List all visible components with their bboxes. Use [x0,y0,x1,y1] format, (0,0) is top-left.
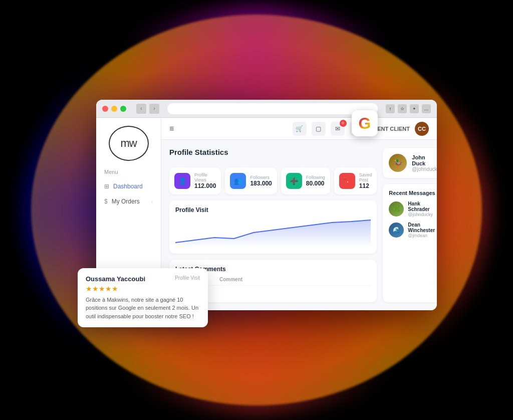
user-avatar[interactable]: CC [415,122,429,136]
nav-back-button[interactable]: ‹ [136,104,146,114]
review-label-right: Profile Visit [175,275,200,281]
stat-label-following: Following [306,175,325,180]
message-info-dean: Dean Winchester @jmdean [408,222,437,238]
logo: mw [109,126,149,161]
review-card: Oussama Yaccoubi Profile Visit ★★★★★ Grâ… [78,268,208,328]
logo-text: mw [120,137,136,150]
nav-forward-button[interactable]: › [149,104,159,114]
sidebar-nav: ⊞ Dashboard $ My Orders › [96,179,161,209]
chart-title: Profile Visit [175,206,371,214]
close-dot[interactable] [102,106,108,112]
stat-label-saved-post: Saved Post [359,172,372,182]
bookmark-button[interactable]: ☆ [398,104,407,113]
profile-info: John Duck @johnducky [412,154,437,172]
sidebar-item-dashboard[interactable]: ⊞ Dashboard [96,179,161,194]
message-avatar-dean: 🌊 [389,223,404,238]
section-title: Profile Statistics [169,148,377,156]
recent-messages-section: Recent Messages 🌿 Hank Schrader @johnduc… [383,184,437,302]
stat-value-profile-views: 112.000 [194,182,216,189]
maximize-dot[interactable] [120,106,126,112]
profile-name: John Duck [412,154,437,166]
browser-nav: ‹ › [136,104,159,114]
stat-label-followers: Followers [250,175,272,180]
review-stars: ★★★★★ [86,285,200,293]
traffic-lights [102,106,126,112]
mail-badge: 0 [340,120,347,127]
saved-post-icon: 🔖 [339,173,355,189]
window-button[interactable]: ▢ [312,122,326,136]
chart-area [175,218,371,248]
message-name-hank: Hank Schrader [408,201,437,212]
stat-card-profile-views: 👤 Profile Views 112.000 [169,167,221,194]
stat-info-following: Following 80.000 [306,175,325,187]
message-item-dean[interactable]: 🌊 Dean Winchester @jmdean [389,222,437,238]
profile-card: 🦆 John Duck @johnducky [383,148,437,178]
sidebar-item-my-orders[interactable]: $ My Orders › [96,194,161,209]
col-header-comment: Comment [219,277,371,282]
profile-handle: @johnducky [412,166,437,172]
menu-label: Menu [96,169,118,175]
browser-action-buttons: ↑ ☆ + … [386,104,431,113]
stat-card-saved-post: 🔖 Saved Post 112 [334,167,377,194]
address-bar[interactable] [167,103,378,114]
sidebar-item-dashboard-label: Dashboard [113,183,143,190]
stat-label-profile-views: Profile Views [194,172,216,182]
stat-card-following: ➕ Following 80.000 [281,167,330,194]
dashboard-icon: ⊞ [104,183,109,190]
followers-icon: 👥 [230,173,246,189]
stat-info-saved-post: Saved Post 112 [359,172,372,189]
google-g-icon: G [359,114,371,133]
topbar: ≡ 🛒 ▢ ✉ 0 🔔 CLIENT CLIENT CC [161,118,437,140]
stat-value-saved-post: 112 [359,182,372,189]
stat-cards: 👤 Profile Views 112.000 👥 Followers 183.… [169,167,377,194]
stat-info-followers: Followers 183.000 [250,175,272,187]
more-button[interactable]: … [422,104,431,113]
stat-value-following: 80.000 [306,180,325,187]
share-button[interactable]: ↑ [386,104,395,113]
stat-card-followers: 👥 Followers 183.000 [225,167,277,194]
profile-avatar: 🦆 [389,154,407,172]
browser-titlebar: ‹ › ↑ ☆ + … [96,100,437,118]
stat-value-followers: 183.000 [250,180,272,187]
following-icon: ➕ [286,173,302,189]
message-avatar-hank: 🌿 [389,201,404,217]
review-text: Grâce à Makwins, notre site a gagné 10 p… [86,296,200,321]
profile-views-icon: 👤 [174,173,190,189]
hamburger-icon[interactable]: ≡ [169,124,174,133]
orders-icon: $ [104,198,108,205]
sidebar-item-orders-label: My Orders [112,198,140,205]
review-author: Oussama Yaccoubi [86,275,145,283]
minimize-dot[interactable] [111,106,117,112]
message-info-hank: Hank Schrader @johnducky [408,201,437,217]
mail-button[interactable]: ✉ 0 [331,122,345,136]
content-right: 🦆 John Duck @johnducky Recent Messages 🌿 [383,148,437,302]
message-handle-hank: @johnducky [408,212,437,217]
google-badge: G [352,110,378,136]
new-tab-button[interactable]: + [410,104,419,113]
recent-messages-title: Recent Messages [389,190,437,196]
profile-visit-section: Profile Visit [169,200,377,254]
message-handle-dean: @jmdean [408,233,437,238]
review-header: Oussama Yaccoubi Profile Visit [86,275,200,283]
message-item-hank[interactable]: 🌿 Hank Schrader @johnducky [389,201,437,217]
cart-button[interactable]: 🛒 [293,122,307,136]
chevron-icon: › [151,199,153,204]
message-name-dean: Dean Winchester [408,222,437,233]
stat-info-profile-views: Profile Views 112.000 [194,172,216,189]
